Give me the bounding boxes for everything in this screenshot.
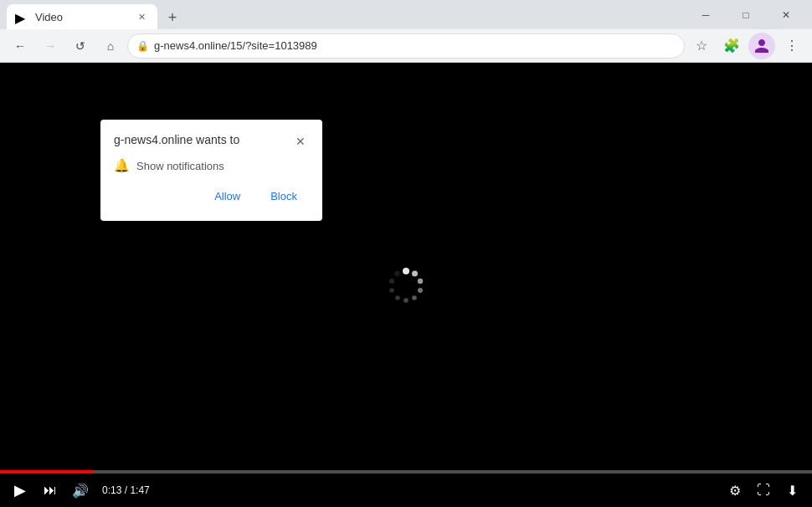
volume-button[interactable]: 🔊: [69, 479, 92, 502]
page-content: g-news4.online wants to ✕ 🔔 Show notific…: [0, 63, 812, 507]
right-controls: ⚙ ⛶ ⬇: [723, 479, 804, 502]
svg-point-5: [403, 298, 409, 303]
svg-point-3: [418, 288, 423, 293]
settings-button[interactable]: ⚙: [723, 479, 747, 502]
minimize-button[interactable]: ─: [686, 2, 725, 28]
svg-point-7: [389, 288, 394, 293]
browser-frame: ▶ Video ✕ + ─ □ ✕ ← → ↺ ⌂ 🔒 g-news4.onli…: [0, 0, 812, 507]
fullscreen-button[interactable]: ⛶: [752, 479, 775, 502]
svg-point-6: [395, 295, 400, 300]
title-bar: ▶ Video ✕ + ─ □ ✕: [0, 0, 812, 29]
address-bar[interactable]: 🔒 g-news4.online/15/?site=1013989: [127, 33, 685, 59]
popup-buttons: Allow Block: [114, 185, 309, 207]
extensions-button[interactable]: 🧩: [718, 33, 745, 59]
play-button[interactable]: ▶: [8, 479, 32, 502]
svg-point-0: [403, 268, 409, 274]
tab-title: Video: [35, 11, 127, 23]
account-icon: [753, 38, 770, 54]
new-tab-button[interactable]: +: [161, 6, 184, 29]
nav-bar: ← → ↺ ⌂ 🔒 g-news4.online/15/?site=101398…: [0, 29, 812, 63]
svg-point-9: [394, 270, 399, 275]
spinner-svg: [385, 264, 427, 306]
back-button[interactable]: ←: [7, 33, 33, 59]
svg-point-2: [418, 278, 423, 283]
reload-button[interactable]: ↺: [67, 33, 94, 59]
close-button[interactable]: ✕: [767, 2, 805, 28]
time-display: 0:13 / 1:47: [102, 484, 150, 496]
tabs-area: ▶ Video ✕ +: [7, 0, 680, 29]
active-tab[interactable]: ▶ Video ✕: [7, 4, 157, 29]
window-controls: ─ □ ✕: [686, 2, 805, 28]
next-button[interactable]: ⏭: [39, 479, 62, 502]
bookmark-button[interactable]: ☆: [688, 33, 715, 59]
progress-bar-fill: [0, 470, 94, 474]
download-button[interactable]: ⬇: [780, 479, 804, 502]
notification-label: Show notifications: [136, 160, 224, 172]
maximize-button[interactable]: □: [727, 2, 765, 28]
allow-button[interactable]: Allow: [203, 185, 252, 207]
loading-spinner: [385, 264, 427, 306]
popup-title: g-news4.online wants to: [114, 133, 239, 146]
svg-point-1: [412, 270, 418, 276]
block-button[interactable]: Block: [259, 185, 309, 207]
bell-icon: 🔔: [114, 158, 130, 173]
popup-notification-row: 🔔 Show notifications: [114, 158, 309, 173]
popup-header: g-news4.online wants to ✕: [114, 133, 309, 150]
forward-button[interactable]: →: [37, 33, 64, 59]
notification-popup: g-news4.online wants to ✕ 🔔 Show notific…: [100, 120, 322, 221]
svg-point-4: [412, 295, 417, 300]
progress-bar-container[interactable]: [0, 470, 812, 474]
home-button[interactable]: ⌂: [97, 33, 124, 59]
svg-point-8: [389, 279, 394, 284]
tab-close-button[interactable]: ✕: [134, 9, 149, 24]
popup-close-button[interactable]: ✕: [292, 133, 309, 150]
controls-row: ▶ ⏭ 🔊 0:13 / 1:47 ⚙ ⛶ ⬇: [0, 479, 812, 502]
lock-icon: 🔒: [136, 40, 149, 52]
address-text: g-news4.online/15/?site=1013989: [154, 39, 676, 52]
account-button[interactable]: [748, 33, 775, 59]
tab-favicon: ▶: [15, 10, 28, 23]
menu-button[interactable]: ⋮: [779, 33, 805, 59]
video-controls: ▶ ⏭ 🔊 0:13 / 1:47 ⚙ ⛶ ⬇: [0, 465, 812, 507]
